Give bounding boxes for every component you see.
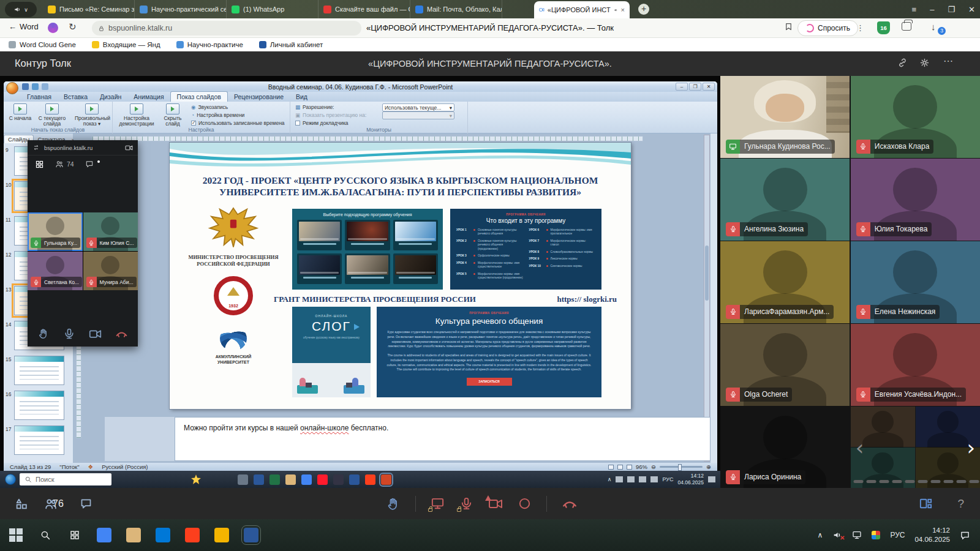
taskbar-app-icon[interactable]	[97, 528, 111, 542]
use-timings-checkbox[interactable]: Использовать записанные времена	[191, 120, 285, 126]
hide-slide-button[interactable]: Скрыть слайд	[160, 103, 185, 127]
from-beginning-button[interactable]: С начала	[6, 103, 34, 121]
layout-mode-icon[interactable]	[15, 497, 28, 511]
tray-mic-icon[interactable]	[616, 476, 623, 482]
leave-call-button[interactable]	[562, 496, 578, 512]
program-video-card[interactable]	[393, 220, 438, 250]
ask-menu-icon[interactable]: ⋮	[856, 23, 865, 32]
slide-thumbnail[interactable]	[14, 391, 64, 420]
taskbar-app-icon[interactable]	[214, 528, 229, 542]
talk-pip-window[interactable]: bspuonline.ktalk.ru 74 Гульнара Ку...	[28, 140, 138, 347]
page-dot[interactable]	[880, 480, 889, 483]
inner-app-icon[interactable]	[365, 474, 375, 485]
tray-volume-icon[interactable]	[650, 476, 658, 482]
browser-tab[interactable]: Научно-практический се	[135, 0, 227, 18]
editor-scrollbar[interactable]	[704, 135, 710, 462]
participant-tile[interactable]: Евгения Усачёва.Индон...	[851, 324, 980, 406]
sorter-view-button[interactable]	[617, 465, 623, 470]
pip-camera-icon[interactable]	[125, 144, 133, 152]
view-layout-button[interactable]	[919, 497, 933, 511]
page-dot[interactable]	[918, 480, 928, 483]
participant-tile[interactable]: Искахова Клара	[851, 76, 980, 158]
pip-participant-tile[interactable]: Мунира Аби...	[83, 252, 138, 290]
browser-tab[interactable]: Скачайте ваш файл — Со	[318, 0, 410, 18]
raise-hand-icon[interactable]	[37, 328, 50, 340]
status-language[interactable]: Русский (Россия)	[102, 463, 148, 470]
zoom-in-button[interactable]: ⊕	[706, 463, 711, 470]
inner-weather-icon[interactable]	[191, 474, 201, 484]
zoom-out-button[interactable]: ⊖	[651, 463, 656, 470]
camera-button[interactable]	[488, 497, 503, 511]
ask-button[interactable]: Спросить	[797, 20, 858, 36]
ribbon-tab[interactable]: Анимация	[127, 92, 170, 102]
browser-tab-active[interactable]: «ЦИФРОВОЙ ИНСТ ×	[534, 1, 630, 18]
normal-view-button[interactable]	[608, 465, 614, 470]
copy-link-icon[interactable]	[897, 58, 908, 68]
taskbar-clock[interactable]: 14:12 04.06.2025	[914, 526, 950, 544]
participants-button[interactable]: 76	[44, 497, 64, 511]
program-video-card[interactable]	[345, 220, 390, 250]
new-tab-button[interactable]: +	[638, 4, 649, 15]
custom-show-button[interactable]: Произвольный показ ▾	[75, 103, 109, 127]
page-dot[interactable]	[931, 480, 941, 483]
tray-chevron-icon[interactable]: ∧	[818, 531, 823, 539]
page-dot[interactable]	[957, 480, 967, 483]
leave-call-icon[interactable]	[115, 328, 128, 340]
pip-participant-tile[interactable]: Светлана Ко...	[28, 252, 83, 290]
slide-thumbnail[interactable]	[14, 356, 64, 385]
window-close-button[interactable]: ✕	[968, 5, 975, 14]
ribbon-tab[interactable]: Вставка	[58, 92, 94, 102]
browser-tab[interactable]: Mail: Почта, Облако, Кале	[410, 0, 502, 18]
inner-clock[interactable]: 14:12 04.06.2025	[677, 473, 704, 485]
camera-icon[interactable]	[89, 328, 102, 340]
ribbon-tab[interactable]: Показ слайдов	[170, 91, 228, 102]
save-icon[interactable]	[22, 83, 29, 90]
chat-icon[interactable]	[85, 160, 94, 168]
page-prev-icon[interactable]: ‹	[856, 435, 864, 460]
bookmark-item[interactable]: Входящие — Янд	[92, 41, 160, 48]
page-dot[interactable]	[867, 480, 876, 483]
record-narration-item[interactable]: ◉Звукозапись	[191, 104, 228, 110]
participant-tile-featured[interactable]: Гульнара Кудинова Рос...	[720, 76, 850, 158]
inner-app-icon[interactable]	[254, 474, 264, 485]
record-button[interactable]	[518, 497, 532, 511]
tab-close-icon[interactable]: ×	[621, 6, 625, 13]
taskbar-search-icon[interactable]	[38, 528, 53, 542]
zoom-slider[interactable]	[660, 466, 703, 468]
slide-thumbnail[interactable]	[14, 425, 64, 455]
inner-app-icon[interactable]	[381, 474, 391, 485]
program-video-card[interactable]	[297, 253, 342, 284]
page-dot[interactable]	[944, 480, 954, 483]
ribbon-tab[interactable]: Рецензирование	[228, 92, 290, 102]
presenter-view-checkbox[interactable]: Режим докладчика	[295, 120, 349, 126]
pagination-dots[interactable]	[851, 480, 980, 483]
enroll-button[interactable]: ЗАПИСАТЬСЯ	[467, 378, 512, 386]
inner-start-button[interactable]	[5, 474, 16, 485]
ppt-notes-area[interactable]: Можно пройти эти курсы в нашей онлайн-шк…	[175, 417, 710, 461]
redo-icon[interactable]	[42, 83, 48, 90]
mic-icon[interactable]	[63, 328, 75, 340]
tray-display-icon[interactable]	[639, 476, 646, 482]
display-tray-icon[interactable]	[852, 530, 862, 540]
ribbon-tab[interactable]: Главная	[21, 92, 58, 102]
participant-tile[interactable]: Юлия Токарева	[851, 159, 980, 241]
mic-button[interactable]	[459, 497, 473, 511]
participant-tile[interactable]: Елена Нежинская	[851, 241, 980, 323]
inner-notifications-icon[interactable]	[708, 476, 715, 482]
ribbon-tab[interactable]: Дизайн	[94, 92, 127, 102]
pip-participant-tile[interactable]: Гульнара Ку...	[28, 212, 83, 251]
slide-thumbnail-row[interactable]: 15	[4, 354, 73, 389]
rehearse-timings-item[interactable]: ◔Настройка времени	[191, 112, 244, 118]
participant-tile[interactable]: Лариса Оринина	[720, 407, 850, 489]
page-dot[interactable]	[905, 480, 915, 483]
resolution-dropdown[interactable]: Использовать текуще...▾	[382, 103, 454, 111]
browser-menu-icon[interactable]: ≡	[912, 5, 917, 14]
quick-access-toolbar[interactable]	[22, 83, 48, 90]
office-button[interactable]	[6, 82, 18, 94]
bookmark-item[interactable]: Личный кабинет	[259, 41, 323, 48]
tray-chevron-icon[interactable]: ∧	[608, 476, 612, 482]
inner-app-icon[interactable]	[285, 474, 296, 485]
ppt-close-button[interactable]: ✕	[703, 83, 715, 91]
chat-icon[interactable]	[80, 497, 92, 510]
notifications-icon[interactable]	[960, 530, 970, 541]
